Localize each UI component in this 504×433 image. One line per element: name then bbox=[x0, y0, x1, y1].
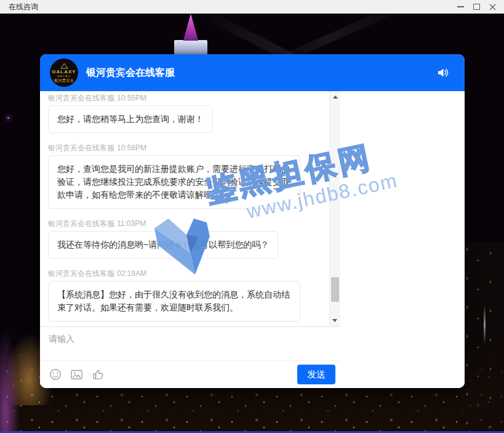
logo-pyramid-icon bbox=[60, 63, 68, 69]
message-meta: 银河贵宾会在线客服11:03PM bbox=[48, 220, 322, 228]
message-bubble: 您好，请您稍等马上为您查询，谢谢！ bbox=[48, 105, 213, 133]
photo-vertical-light bbox=[484, 306, 486, 344]
close-icon bbox=[489, 4, 496, 10]
logo-brand-text: GALAXY bbox=[52, 69, 76, 75]
speaker-on-icon bbox=[436, 67, 450, 78]
messages-scrollbar[interactable] bbox=[329, 91, 340, 326]
app-window: 在线咨询 GALAXY MA bbox=[0, 0, 504, 433]
photo-tower-spire bbox=[179, 14, 202, 41]
scroll-up-arrow-icon[interactable] bbox=[333, 95, 338, 99]
message-sender: 银河贵宾会在线客服 bbox=[48, 269, 114, 278]
message-time: 02:19AM bbox=[117, 269, 146, 278]
maximize-icon bbox=[473, 4, 480, 10]
message-sender: 银河贵宾会在线客服 bbox=[48, 219, 114, 228]
sound-button[interactable] bbox=[436, 67, 450, 78]
message-bubble: 【系统消息】您好，由于很久没有收到您的消息，系统自动结束了对话。如果还有需要，欢… bbox=[48, 281, 300, 322]
scroll-down-arrow-icon[interactable] bbox=[332, 319, 337, 322]
message-container: 银河贵宾会在线客服10:55PM 您好，请您稍等马上为您查询，谢谢！ 银河贵宾会… bbox=[48, 94, 322, 322]
window-controls bbox=[452, 0, 500, 14]
galaxy-logo: GALAXY MACAU 银河贵宾会 bbox=[50, 59, 78, 87]
minimize-button[interactable] bbox=[452, 0, 468, 14]
message-list[interactable]: 银河贵宾会在线客服10:55PM 您好，请您稍等马上为您查询，谢谢！ 银河贵宾会… bbox=[40, 91, 340, 326]
message-meta: 银河贵宾会在线客服10:55PM bbox=[48, 94, 322, 102]
chat-main-column: 银河贵宾会在线客服10:55PM 您好，请您稍等马上为您查询，谢谢！ 银河贵宾会… bbox=[40, 91, 340, 388]
close-button[interactable] bbox=[484, 0, 500, 14]
scrollbar-thumb[interactable] bbox=[331, 277, 339, 302]
message-sender: 银河贵宾会在线客服 bbox=[48, 144, 114, 152]
message-bubble: 我还在等待你的消息哟~请问还有什么可以帮到您的吗？ bbox=[48, 231, 278, 259]
emoji-button[interactable] bbox=[49, 368, 62, 381]
logo-cn-text: 银河贵宾会 bbox=[54, 78, 74, 83]
chat-header: GALAXY MACAU 银河贵宾会 银河贵宾会在线客服 bbox=[40, 54, 465, 91]
smiley-icon bbox=[49, 368, 62, 381]
image-icon bbox=[70, 368, 84, 381]
photo-right-buildings bbox=[461, 242, 504, 433]
chat-body: 银河贵宾会在线客服10:55PM 您好，请您稍等马上为您查询，谢谢！ 银河贵宾会… bbox=[40, 91, 465, 388]
message-sender: 银河贵宾会在线客服 bbox=[48, 94, 114, 102]
message-input[interactable] bbox=[40, 327, 340, 360]
chat-message: 银河贵宾会在线客服10:55PM 您好，请您稍等马上为您查询，谢谢！ bbox=[48, 94, 322, 133]
logo-sub-text: MACAU bbox=[57, 75, 71, 78]
chat-message: 银河贵宾会在线客服02:19AM 【系统消息】您好，由于很久没有收到您的消息，系… bbox=[48, 270, 322, 322]
maximize-button[interactable] bbox=[468, 0, 484, 14]
message-time: 10:58PM bbox=[117, 144, 146, 152]
message-meta: 银河贵宾会在线客服10:58PM bbox=[48, 144, 322, 152]
input-area: 发送 bbox=[40, 326, 340, 388]
window-titlebar: 在线咨询 bbox=[0, 0, 504, 14]
send-button[interactable]: 发送 bbox=[297, 365, 335, 384]
chat-window: GALAXY MACAU 银河贵宾会 银河贵宾会在线客服 银河贵宾会在线客服10… bbox=[40, 54, 465, 388]
window-title: 在线咨询 bbox=[9, 2, 38, 12]
photo-purple-glow bbox=[0, 328, 20, 433]
chat-side-panel bbox=[340, 91, 465, 388]
chat-title: 银河贵宾会在线客服 bbox=[86, 67, 436, 79]
input-toolbar: 发送 bbox=[40, 360, 340, 388]
chat-message: 银河贵宾会在线客服10:58PM 您好，查询您是我司的新注册提款账户，需要进行安… bbox=[48, 144, 322, 209]
thumbs-up-button[interactable] bbox=[91, 368, 105, 381]
message-time: 10:55PM bbox=[117, 94, 146, 102]
minimize-icon bbox=[457, 6, 464, 7]
message-time: 11:03PM bbox=[117, 219, 146, 228]
image-upload-button[interactable] bbox=[70, 368, 84, 381]
message-meta: 银河贵宾会在线客服02:19AM bbox=[48, 270, 322, 278]
photo-purple-light bbox=[7, 117, 9, 119]
thumbs-up-icon bbox=[91, 368, 105, 381]
message-bubble: 您好，查询您是我司的新注册提款账户，需要进行安全打码的验证，请您继续投注完成系统… bbox=[48, 155, 300, 209]
chat-message: 银河贵宾会在线客服11:03PM 我还在等待你的消息哟~请问还有什么可以帮到您的… bbox=[48, 220, 322, 259]
